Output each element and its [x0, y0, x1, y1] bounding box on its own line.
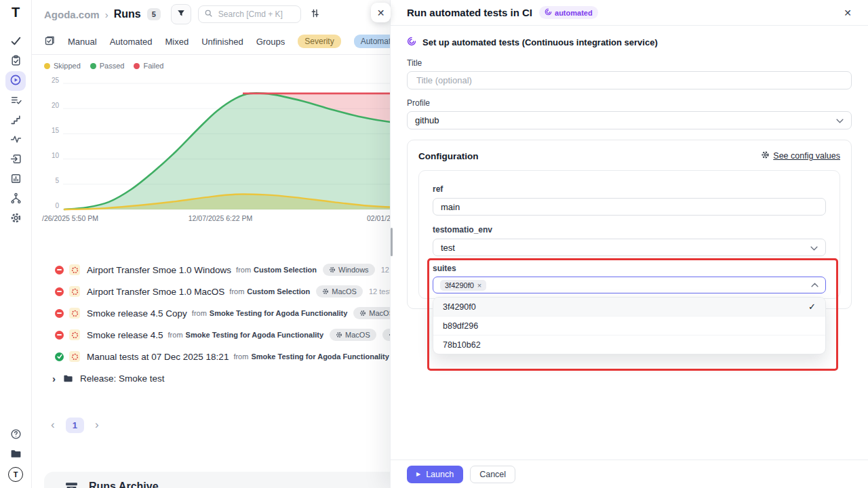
run-source: Smoke Testing for Agoda Functionality [251, 352, 389, 361]
scrollbar-thumb[interactable] [391, 228, 393, 256]
interrupted-spinner-icon [69, 351, 80, 362]
x-tick: 12/07/2025 6:22 PM [176, 214, 264, 222]
select-runs-icon[interactable] [44, 35, 55, 48]
profile-button[interactable]: T [5, 464, 26, 484]
dropdown-option[interactable]: 3f4290f0 ✓ [433, 298, 825, 317]
profile-select[interactable]: github [407, 111, 852, 129]
projects-button[interactable] [5, 445, 26, 464]
title-label: Title [407, 58, 852, 68]
sidebar-item-tests[interactable] [5, 32, 26, 52]
suites-multiselect[interactable]: 3f4290f0 × [433, 277, 826, 293]
help-icon [10, 428, 22, 442]
tab-mixed[interactable]: Mixed [165, 37, 189, 47]
breadcrumb-page: Runs [114, 8, 141, 20]
page-number[interactable]: 1 [66, 418, 84, 433]
dropdown-option[interactable]: b89df296 [433, 317, 825, 336]
drawer-close-button[interactable]: ✕ [844, 7, 852, 18]
run-title[interactable]: Airport Transfer Smoe 1.0 MacOS [87, 287, 224, 297]
play-icon: ▶ [416, 471, 420, 477]
automation-swirl-icon [545, 8, 552, 17]
run-title[interactable]: Smoke release 4.5 Copy [87, 308, 187, 319]
interrupted-spinner-icon [69, 286, 80, 297]
y-tick: 0 [44, 202, 59, 209]
runs-count-badge: 5 [147, 8, 161, 20]
sidebar-item-runs[interactable] [5, 71, 26, 91]
title-input[interactable] [415, 75, 844, 86]
drawer-footer: ▶ Launch Cancel [391, 460, 868, 488]
chip-remove-icon[interactable]: × [477, 281, 481, 289]
configuration-card: Configuration See config values ref main… [407, 140, 852, 309]
launch-button[interactable]: ▶ Launch [407, 466, 463, 483]
folder-icon [63, 373, 73, 384]
legend-passed: Passed [90, 62, 125, 70]
see-config-values-link[interactable]: See config values [761, 150, 840, 161]
sidebar-item-import[interactable] [5, 150, 26, 169]
env-badge: Windows [323, 264, 375, 276]
sidebar-item-checklists[interactable] [5, 91, 26, 110]
tab-severity[interactable]: Severity [298, 35, 340, 48]
run-title[interactable]: Airport Transfer Smoe 1.0 Windows [87, 265, 231, 275]
suites-dropdown: 3f4290f0 ✓ b89df296 78b10b62 [433, 297, 826, 354]
chevron-up-icon [811, 283, 818, 287]
filter-button[interactable] [171, 4, 191, 24]
section-heading: Set up automated tests (Continuous integ… [407, 37, 852, 48]
title-input-wrap [407, 71, 852, 89]
release-group-label[interactable]: Release: Smoke test [80, 373, 165, 384]
search-input[interactable] [217, 9, 296, 20]
failed-status-icon [55, 331, 64, 340]
archive-box-icon [64, 481, 79, 488]
dropdown-option[interactable]: 78b10b62 [433, 336, 825, 354]
sidebar-item-test-plans[interactable] [5, 52, 26, 71]
passed-status-icon [55, 352, 64, 361]
sidebar-item-settings[interactable] [5, 209, 26, 228]
avatar: T [8, 467, 23, 482]
app-logo[interactable]: T [12, 3, 20, 21]
play-circle-icon [9, 74, 22, 88]
archive-title: Runs Archive [89, 481, 159, 488]
interrupted-spinner-icon [69, 329, 80, 340]
cancel-button[interactable]: Cancel [470, 466, 515, 483]
suites-label: suites [433, 264, 826, 273]
failed-dot-icon [134, 63, 140, 69]
funnel-icon [176, 9, 186, 20]
tab-automated[interactable]: Automated [110, 37, 153, 47]
failed-status-icon [55, 266, 64, 274]
sidebar-bottom: T [5, 425, 26, 488]
drawer-body: Set up automated tests (Continuous integ… [391, 37, 868, 309]
gear-icon [761, 150, 770, 161]
run-title[interactable]: Manual tests at 07 Dec 2025 18:21 [87, 352, 229, 362]
tab-manual[interactable]: Manual [68, 37, 97, 47]
breadcrumb-separator: › [105, 9, 108, 20]
chevron-left-icon[interactable]: ‹ [51, 418, 55, 432]
env-badge: MacOS [316, 285, 363, 298]
y-tick: 15 [44, 127, 59, 134]
suite-chip: 3f4290f0 × [440, 280, 486, 291]
panel-close-button[interactable]: ✕ [371, 3, 391, 22]
failed-status-icon [55, 287, 64, 296]
run-ci-drawer: Run automated tests in CI automated ✕ Se… [390, 0, 868, 488]
chevron-right-icon[interactable]: › [95, 418, 99, 432]
tab-unfinished[interactable]: Unfinished [201, 37, 243, 47]
help-button[interactable] [5, 425, 26, 445]
run-title[interactable]: Smoke release 4.5 [87, 330, 163, 340]
ref-input[interactable]: main [433, 198, 826, 216]
tab-groups[interactable]: Groups [256, 37, 285, 47]
run-source: Custom Selection [247, 287, 310, 296]
check-icon [10, 35, 22, 49]
env-select[interactable]: test [433, 239, 826, 256]
sidebar-item-reports[interactable] [5, 169, 26, 189]
chevron-down-icon [836, 115, 844, 125]
chevron-right-icon[interactable]: › [52, 373, 56, 384]
breadcrumb-project[interactable]: Agoda.com [44, 9, 100, 20]
close-icon: ✕ [377, 7, 385, 18]
list-check-icon [10, 94, 22, 108]
env-badge: MacOS [330, 329, 376, 341]
sidebar-item-branches[interactable] [5, 189, 26, 209]
sidebar-item-analytics[interactable] [5, 130, 26, 150]
view-settings-button[interactable] [310, 8, 320, 20]
pulse-icon [10, 134, 22, 147]
sidebar-item-steps[interactable] [5, 110, 26, 130]
y-tick: 10 [44, 152, 59, 159]
x-tick: /26/2025 5:50 PM [42, 214, 98, 222]
folder-icon [10, 448, 22, 462]
